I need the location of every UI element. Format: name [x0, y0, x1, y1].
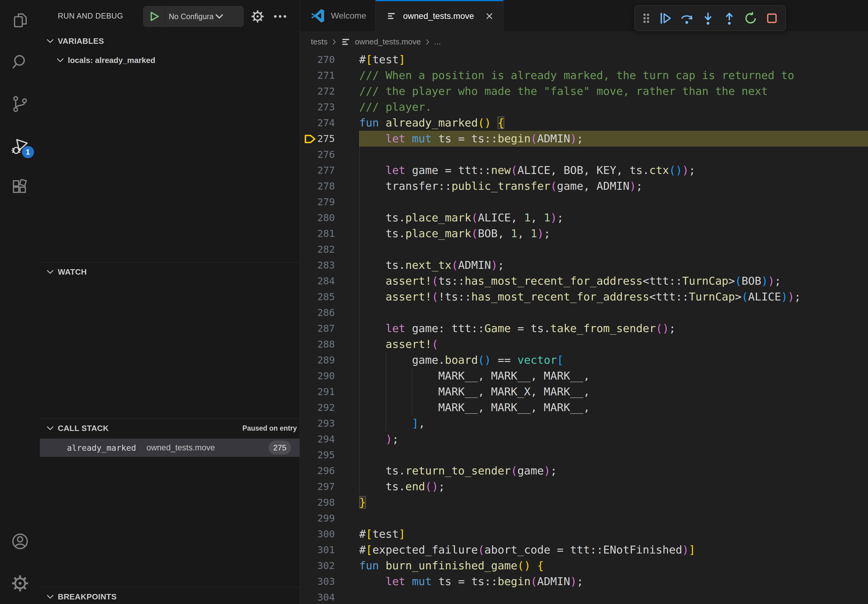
line-gutter[interactable]: 280	[300, 210, 359, 226]
code-line[interactable]: 281 ts.place_mark(BOB, 1, 1);	[300, 226, 868, 242]
code-line[interactable]: 270#[test]	[300, 52, 868, 68]
line-gutter[interactable]: 274	[300, 115, 359, 131]
line-gutter[interactable]: 301	[300, 542, 359, 558]
line-gutter[interactable]: 282	[300, 242, 359, 257]
code-line[interactable]: 300#[test]	[300, 526, 868, 542]
line-content[interactable]: game.board() == vector[	[359, 352, 868, 368]
line-content[interactable]	[359, 510, 868, 526]
code-line[interactable]: 275 let mut ts = ts::begin(ADMIN);	[300, 131, 868, 147]
code-editor[interactable]: 270#[test]271/// When a position is alre…	[300, 52, 868, 604]
line-content[interactable]	[359, 194, 868, 210]
section-header-variables[interactable]: VARIABLES	[40, 33, 305, 49]
line-content[interactable]: fun burn_unfinished_game() {	[359, 558, 868, 574]
line-gutter[interactable]: 283	[300, 257, 359, 273]
code-line[interactable]: 279	[300, 194, 868, 210]
section-header-breakpoints[interactable]: BREAKPOINTS	[40, 589, 305, 604]
code-line[interactable]: 282	[300, 242, 868, 257]
line-gutter[interactable]: 303	[300, 574, 359, 589]
stop-button[interactable]	[765, 11, 779, 25]
code-line[interactable]: 280 ts.place_mark(ALICE, 1, 1);	[300, 210, 868, 226]
code-line[interactable]: 287 let game: ttt::Game = ts.take_from_s…	[300, 321, 868, 336]
code-line[interactable]: 284 assert!(ts::has_most_recent_for_addr…	[300, 273, 868, 289]
code-line[interactable]: 278 transfer::public_transfer(game, ADMI…	[300, 178, 868, 194]
line-content[interactable]: );	[359, 431, 868, 447]
line-content[interactable]: assert!(	[359, 336, 868, 352]
start-debug-icon[interactable]	[144, 11, 164, 22]
step-over-button[interactable]	[680, 11, 694, 25]
activity-item-explorer[interactable]	[5, 5, 35, 35]
line-content[interactable]: MARK__, MARK_X, MARK__,	[359, 384, 868, 400]
drag-handle-button[interactable]	[642, 11, 651, 25]
line-gutter[interactable]: 278	[300, 178, 359, 194]
line-gutter[interactable]: 285	[300, 289, 359, 305]
line-gutter[interactable]: 297	[300, 479, 359, 494]
code-line[interactable]: 288 assert!(	[300, 336, 868, 352]
code-line[interactable]: 295	[300, 447, 868, 463]
variables-scope-locals[interactable]: locals: already_marked	[40, 52, 315, 68]
code-line[interactable]: 277 let game = ttt::new(ALICE, BOB, KEY,…	[300, 163, 868, 178]
code-line[interactable]: 290 MARK__, MARK__, MARK__,	[300, 368, 868, 384]
line-content[interactable]: assert!(ts::has_most_recent_for_address<…	[359, 273, 868, 289]
activity-item-run-and-debug[interactable]: 1	[5, 131, 35, 161]
line-gutter[interactable]: 273	[300, 99, 359, 115]
line-content[interactable]: let mut ts = ts::begin(ADMIN);	[359, 131, 868, 147]
tab-welcome[interactable]: Welcome	[300, 0, 376, 32]
line-gutter[interactable]: 281	[300, 226, 359, 242]
section-header-call-stack[interactable]: CALL STACK Paused on entry	[40, 420, 305, 436]
line-content[interactable]: ts.end();	[359, 479, 868, 494]
line-content[interactable]: #[test]	[359, 52, 868, 68]
code-line[interactable]: 292 MARK__, MARK__, MARK__,	[300, 400, 868, 415]
line-gutter[interactable]: 288	[300, 336, 359, 352]
activity-item-source-control[interactable]	[5, 89, 35, 119]
breadcrumb-segment[interactable]: tests	[311, 37, 327, 46]
line-content[interactable]: ],	[359, 415, 868, 431]
line-gutter[interactable]: 284	[300, 273, 359, 289]
line-gutter[interactable]: 272	[300, 83, 359, 99]
line-content[interactable]: MARK__, MARK__, MARK__,	[359, 400, 868, 415]
line-content[interactable]: ts.return_to_sender(game);	[359, 463, 868, 479]
code-line[interactable]: 299	[300, 510, 868, 526]
line-gutter[interactable]: 302	[300, 558, 359, 574]
line-content[interactable]: MARK__, MARK__, MARK__,	[359, 368, 868, 384]
debug-configuration-dropdown[interactable]: No Configura	[143, 6, 243, 27]
line-gutter[interactable]: 277	[300, 163, 359, 178]
line-content[interactable]: transfer::public_transfer(game, ADMIN);	[359, 178, 868, 194]
activity-item-account[interactable]	[5, 526, 35, 556]
code-line[interactable]: 271/// When a position is already marked…	[300, 68, 868, 83]
line-gutter[interactable]: 271	[300, 68, 359, 83]
line-content[interactable]: #[test]	[359, 526, 868, 542]
section-header-watch[interactable]: WATCH	[40, 264, 305, 280]
line-content[interactable]: }	[359, 494, 868, 510]
line-gutter[interactable]: 286	[300, 305, 359, 321]
code-line[interactable]: 294 );	[300, 431, 868, 447]
code-line[interactable]: 297 ts.end();	[300, 479, 868, 494]
line-content[interactable]: ts.next_tx(ADMIN);	[359, 257, 868, 273]
line-gutter[interactable]: 279	[300, 194, 359, 210]
line-content[interactable]: #[expected_failure(abort_code = ttt::ENo…	[359, 542, 868, 558]
code-line[interactable]: 291 MARK__, MARK_X, MARK__,	[300, 384, 868, 400]
code-line[interactable]: 274fun already_marked() {	[300, 115, 868, 131]
line-content[interactable]	[359, 589, 868, 604]
line-content[interactable]	[359, 147, 868, 163]
call-stack-frame-row[interactable]: already_marked owned_tests.move 275	[40, 438, 299, 457]
line-content[interactable]	[359, 305, 868, 321]
line-gutter[interactable]: 295	[300, 447, 359, 463]
breadcrumb-segment[interactable]: ...	[434, 37, 441, 46]
line-content[interactable]: /// When a position is already marked, t…	[359, 68, 868, 83]
line-gutter[interactable]: 276	[300, 147, 359, 163]
line-content[interactable]: assert!(!ts::has_most_recent_for_address…	[359, 289, 868, 305]
line-gutter[interactable]: 300	[300, 526, 359, 542]
code-line[interactable]: 304	[300, 589, 868, 604]
code-line[interactable]: 302fun burn_unfinished_game() {	[300, 558, 868, 574]
line-content[interactable]: /// the player who made the "false" move…	[359, 83, 868, 99]
code-line[interactable]: 285 assert!(!ts::has_most_recent_for_add…	[300, 289, 868, 305]
code-line[interactable]: 289 game.board() == vector[	[300, 352, 868, 368]
activity-item-settings[interactable]	[5, 568, 35, 599]
restart-button[interactable]	[744, 11, 758, 25]
line-gutter[interactable]: 291	[300, 384, 359, 400]
more-actions-button[interactable]	[271, 8, 288, 25]
line-content[interactable]	[359, 447, 868, 463]
line-gutter[interactable]: 296	[300, 463, 359, 479]
code-line[interactable]: 276	[300, 147, 868, 163]
line-gutter[interactable]: 290	[300, 368, 359, 384]
